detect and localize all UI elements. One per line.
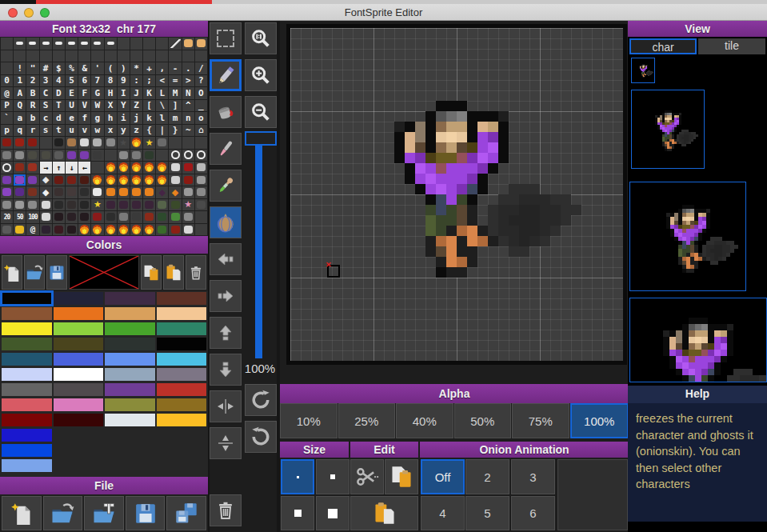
char-grid-cell[interactable]: 7 — [91, 75, 103, 87]
palette-swatch[interactable] — [157, 307, 207, 320]
char-grid-cell[interactable] — [14, 162, 26, 174]
char-grid-cell[interactable]: 6 — [78, 75, 90, 87]
char-grid-cell[interactable]: Q — [14, 100, 26, 112]
palette-swatch[interactable] — [157, 292, 207, 305]
pencil-tool[interactable] — [210, 59, 242, 91]
char-grid-cell[interactable] — [1, 137, 13, 149]
char-grid-cell[interactable] — [143, 211, 155, 223]
char-grid-cell[interactable] — [130, 162, 142, 174]
char-grid-cell[interactable] — [156, 162, 168, 174]
char-grid-cell[interactable] — [130, 211, 142, 223]
char-grid-cell[interactable] — [40, 38, 52, 50]
char-grid-cell[interactable] — [66, 186, 78, 198]
rotate-ccw-button[interactable] — [245, 421, 277, 453]
palette-swatch[interactable] — [54, 353, 104, 366]
char-grid-cell[interactable] — [195, 211, 207, 223]
onionskin-tool[interactable] — [210, 206, 242, 238]
palette-swatch[interactable] — [54, 338, 104, 350]
char-grid-cell[interactable] — [105, 199, 117, 211]
char-grid-cell[interactable] — [143, 174, 155, 186]
rotate-cw-button[interactable] — [245, 384, 277, 416]
palette-swatch[interactable] — [105, 353, 155, 366]
char-grid-cell[interactable] — [118, 174, 130, 186]
char-grid-cell[interactable]: W — [91, 100, 103, 112]
char-grid-cell[interactable]: ( — [105, 62, 117, 74]
onion-option-6[interactable]: 6 — [511, 496, 555, 530]
char-grid-cell[interactable] — [143, 186, 155, 198]
char-grid-cell[interactable] — [40, 50, 52, 62]
zoom-fit-button[interactable] — [245, 22, 277, 54]
char-grid-cell[interactable]: 1 — [14, 75, 26, 87]
char-grid-cell[interactable]: U — [66, 100, 78, 112]
alpha-option-25[interactable]: 25% — [338, 403, 396, 438]
char-grid-cell[interactable] — [156, 50, 168, 62]
char-grid-cell[interactable]: S — [40, 100, 52, 112]
char-grid-cell[interactable] — [195, 162, 207, 174]
char-grid-cell[interactable]: 5 — [66, 75, 78, 87]
char-grid-cell[interactable] — [143, 50, 155, 62]
char-grid-cell[interactable]: @ — [1, 87, 13, 99]
char-grid-cell[interactable]: b — [26, 112, 38, 124]
char-grid-cell[interactable]: > — [182, 75, 194, 87]
char-grid-cell[interactable] — [169, 50, 181, 62]
zoom-out-button[interactable] — [245, 96, 277, 128]
char-grid-cell[interactable]: ★ — [143, 137, 155, 149]
char-grid-cell[interactable] — [53, 38, 65, 50]
char-grid-cell[interactable] — [169, 199, 181, 211]
char-grid-cell[interactable] — [40, 224, 52, 236]
char-grid-cell[interactable] — [105, 211, 117, 223]
char-grid-cell[interactable] — [130, 137, 142, 149]
char-grid-cell[interactable] — [118, 186, 130, 198]
char-grid-cell[interactable] — [105, 224, 117, 236]
palette-swatch[interactable] — [157, 398, 207, 411]
char-grid-cell[interactable] — [78, 38, 90, 50]
onion-option-3[interactable]: 3 — [511, 459, 555, 494]
char-grid-cell[interactable] — [182, 50, 194, 62]
new-file-button[interactable] — [2, 496, 42, 530]
char-grid-cell[interactable]: u — [66, 125, 78, 137]
char-grid-cell[interactable] — [169, 174, 181, 186]
char-grid-cell[interactable] — [14, 199, 26, 211]
char-grid-cell[interactable]: M — [169, 87, 181, 99]
char-grid-cell[interactable]: ★ — [91, 199, 103, 211]
char-grid-cell[interactable]: 0 — [1, 75, 13, 87]
char-grid-cell[interactable] — [66, 50, 78, 62]
char-grid-cell[interactable] — [14, 38, 26, 50]
char-grid-cell[interactable] — [105, 162, 117, 174]
char-grid-cell[interactable] — [182, 211, 194, 223]
char-grid-cell[interactable] — [1, 199, 13, 211]
palette-swatch[interactable] — [105, 414, 155, 426]
char-grid-cell[interactable] — [118, 199, 130, 211]
char-grid-cell[interactable] — [14, 50, 26, 62]
char-grid-cell[interactable]: q — [14, 125, 26, 137]
char-grid-cell[interactable] — [195, 50, 207, 62]
char-grid-cell[interactable]: ↓ — [66, 162, 78, 174]
flip-vertical-button[interactable] — [210, 427, 242, 459]
open-file-button[interactable] — [43, 496, 83, 530]
char-grid-cell[interactable]: ` — [1, 112, 13, 124]
char-grid-cell[interactable]: o — [195, 112, 207, 124]
char-grid-cell[interactable] — [118, 50, 130, 62]
char-grid-cell[interactable] — [40, 199, 52, 211]
char-grid-cell[interactable] — [53, 186, 65, 198]
char-grid-cell[interactable] — [182, 150, 194, 162]
char-grid-cell[interactable] — [156, 199, 168, 211]
char-grid-cell[interactable] — [182, 174, 194, 186]
palette-swatch[interactable] — [54, 383, 104, 396]
char-grid-cell[interactable] — [169, 211, 181, 223]
char-grid-cell[interactable] — [14, 137, 26, 149]
char-grid-cell[interactable]: j — [130, 112, 142, 124]
size-option-12[interactable] — [316, 496, 350, 530]
alpha-option-50[interactable]: 50% — [454, 403, 512, 438]
palette-swatch[interactable] — [2, 368, 52, 381]
char-grid-cell[interactable] — [14, 224, 26, 236]
paste-color-button[interactable] — [163, 255, 184, 290]
char-grid-cell[interactable] — [26, 162, 38, 174]
char-grid-cell[interactable] — [14, 186, 26, 198]
char-grid-cell[interactable]: ◆ — [169, 186, 181, 198]
char-grid-cell[interactable]: B — [26, 87, 38, 99]
palette-swatch[interactable] — [2, 307, 52, 320]
char-grid-cell[interactable]: z — [130, 125, 142, 137]
zoom-slider-track[interactable] — [255, 146, 262, 358]
char-grid-cell[interactable]: # — [40, 62, 52, 74]
